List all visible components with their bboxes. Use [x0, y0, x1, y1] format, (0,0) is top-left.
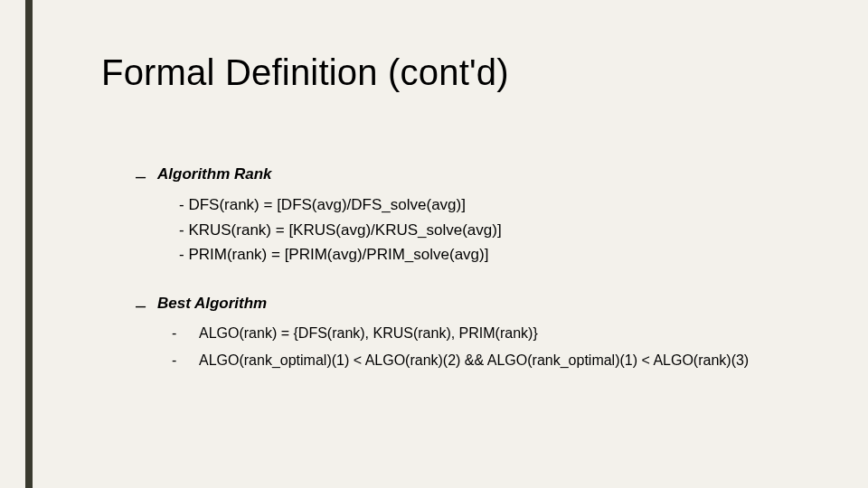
dash-bullet-icon: –: [136, 163, 157, 190]
section-1-item: - KRUS(rank) = [KRUS(avg)/KRUS_solve(avg…: [179, 219, 805, 242]
section-2-item-text: ALGO(rank) = {DFS(rank), KRUS(rank), PRI…: [199, 323, 805, 345]
section-2-item: - ALGO(rank_optimal)(1) < ALGO(rank)(2) …: [172, 350, 805, 372]
section-1-items: - DFS(rank) = [DFS(avg)/DFS_solve(avg)] …: [179, 193, 805, 267]
hyphen-bullet-icon: -: [172, 323, 199, 345]
section-2-heading: Best Algorithm: [157, 292, 267, 319]
section-2-items: - ALGO(rank) = {DFS(rank), KRUS(rank), P…: [172, 323, 805, 373]
section-2-item: - ALGO(rank) = {DFS(rank), KRUS(rank), P…: [172, 323, 805, 345]
section-2-header: – Best Algorithm: [136, 292, 805, 319]
section-1-heading: Algorithm Rank: [157, 163, 272, 190]
section-1-header: – Algorithm Rank: [136, 163, 805, 190]
section-1-item: - PRIM(rank) = [PRIM(avg)/PRIM_solve(avg…: [179, 243, 805, 267]
accent-bar: [25, 0, 33, 488]
section-2-item-text: ALGO(rank_optimal)(1) < ALGO(rank)(2) &&…: [199, 350, 805, 372]
slide-body: – Algorithm Rank - DFS(rank) = [DFS(avg)…: [136, 163, 805, 378]
slide-title: Formal Definition (cont'd): [101, 52, 509, 93]
slide: Formal Definition (cont'd) – Algorithm R…: [0, 0, 868, 488]
dash-bullet-icon: –: [136, 292, 157, 319]
section-1-item: - DFS(rank) = [DFS(avg)/DFS_solve(avg)]: [179, 193, 805, 217]
hyphen-bullet-icon: -: [172, 350, 199, 372]
